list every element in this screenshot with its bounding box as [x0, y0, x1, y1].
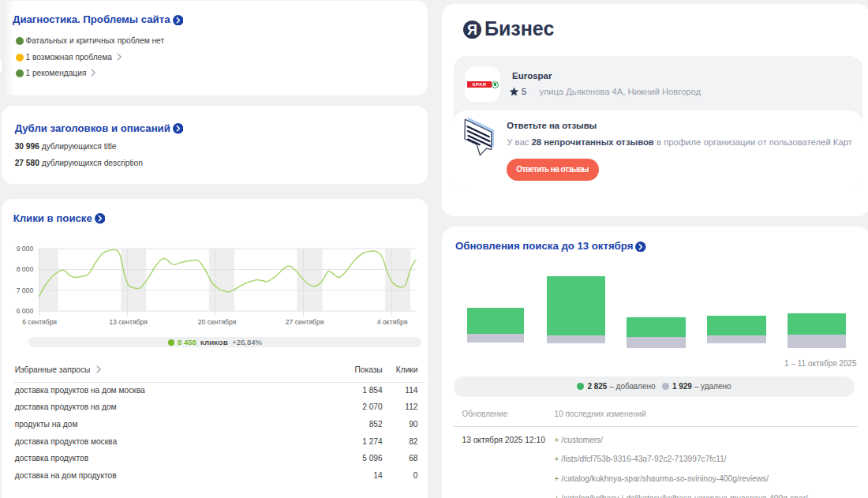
svg-text:7 000: 7 000 [17, 286, 34, 294]
svg-text:8 000: 8 000 [17, 265, 34, 273]
svg-text:20 сентября: 20 сентября [198, 318, 237, 326]
svg-text:13 сентября: 13 сентября [109, 318, 148, 326]
svg-text:9 000: 9 000 [17, 245, 34, 253]
svg-text:6 000: 6 000 [17, 307, 34, 315]
svg-text:6 сентября: 6 сентября [22, 318, 57, 326]
svg-text:4 октября: 4 октября [377, 318, 408, 326]
svg-text:27 сентября: 27 сентября [286, 318, 324, 326]
